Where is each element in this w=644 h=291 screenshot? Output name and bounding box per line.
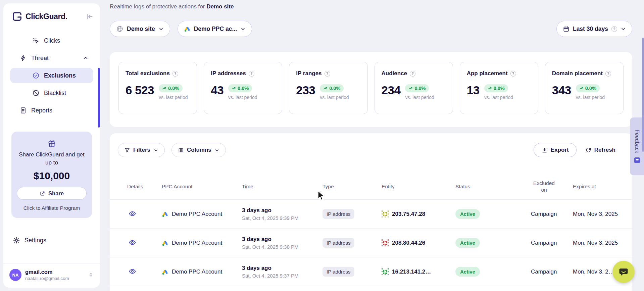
export-button[interactable]: Export bbox=[534, 143, 577, 157]
sidebar-item-settings[interactable]: Settings bbox=[3, 237, 100, 244]
globe-icon bbox=[116, 25, 123, 33]
stat-value: 43 bbox=[211, 84, 224, 97]
stat-label: Audience bbox=[382, 70, 407, 77]
table-toolbar: Filters Columns Export bbox=[110, 133, 632, 157]
details-eye-icon[interactable] bbox=[127, 238, 138, 247]
help-icon[interactable] bbox=[410, 71, 415, 77]
column-header-time: Time bbox=[242, 184, 323, 190]
promo-text: Share ClickGuard and get up to bbox=[17, 151, 87, 167]
help-icon[interactable] bbox=[611, 26, 617, 32]
stat-delta: 0.0% bbox=[168, 86, 179, 91]
help-icon[interactable] bbox=[510, 71, 516, 77]
ip-identicon bbox=[382, 239, 389, 246]
sidebar-item-label: Threat bbox=[31, 55, 49, 62]
stat-value: 233 bbox=[296, 84, 315, 97]
trend-up-icon bbox=[488, 86, 492, 91]
sidebar-item-clicks[interactable]: Clicks bbox=[10, 33, 93, 48]
document-icon bbox=[19, 107, 27, 114]
date-range-value: Last 30 days bbox=[573, 26, 608, 33]
stat-value: 234 bbox=[382, 84, 401, 97]
stat-label: Total exclusions bbox=[126, 70, 170, 77]
help-icon[interactable] bbox=[605, 71, 611, 77]
stat-value: 6 523 bbox=[126, 84, 154, 97]
entity-ip: 203.75.47.28 bbox=[392, 211, 425, 217]
help-icon[interactable] bbox=[249, 71, 254, 77]
stat-value: 343 bbox=[552, 84, 571, 97]
chevron-down-icon bbox=[621, 26, 626, 32]
expires-at: Mon, Nov 3, 2025 bbox=[573, 240, 624, 246]
help-icon[interactable] bbox=[325, 71, 330, 77]
column-header-expires-at: Expires at bbox=[573, 184, 624, 190]
trend-up-icon bbox=[162, 86, 166, 91]
page-subtitle: Realtime logs of protective actions for … bbox=[110, 0, 632, 10]
cursor-click-icon bbox=[32, 37, 40, 44]
chat-bubble-icon bbox=[618, 267, 629, 277]
sidebar-item-blacklist[interactable]: Blacklist bbox=[10, 85, 93, 101]
google-ads-icon bbox=[162, 211, 168, 217]
site-selector[interactable]: Demo site bbox=[110, 21, 170, 37]
sidebar-item-label: Reports bbox=[31, 107, 52, 114]
filters-button-label: Filters bbox=[133, 147, 150, 153]
sidebar-item-threat[interactable]: Threat bbox=[10, 50, 93, 66]
stat-note: vs. last period bbox=[405, 95, 434, 100]
stat-delta: 0.0% bbox=[585, 86, 596, 91]
page-scrollbar-thumb[interactable] bbox=[642, 38, 644, 152]
filters-button[interactable]: Filters bbox=[118, 143, 165, 157]
account-switcher[interactable]: NA gmail.com naatali.ro@gmail.com bbox=[3, 263, 100, 288]
feedback-widget-icon bbox=[634, 157, 640, 163]
chevrons-up-down-icon bbox=[88, 272, 94, 278]
status-badge: Active bbox=[455, 209, 480, 219]
google-ads-icon bbox=[162, 269, 168, 275]
details-eye-icon[interactable] bbox=[127, 209, 138, 218]
stat-card-domain-placement: Domain placement 343 0.0% vs. last perio… bbox=[545, 62, 624, 114]
ppc-account-selector[interactable]: Demo PPC ac... bbox=[178, 21, 252, 37]
gift-icon bbox=[17, 139, 87, 148]
column-header-type: Type bbox=[323, 184, 382, 190]
promo-amount: $10,000 bbox=[17, 170, 87, 182]
column-header-excluded-on: Excluded on bbox=[531, 180, 557, 193]
chat-launcher-button[interactable] bbox=[612, 261, 635, 283]
table-row: Demo PPC Account 3 days ago Sat, Oct 4, … bbox=[110, 229, 632, 257]
ip-identicon bbox=[382, 210, 389, 217]
excluded-on: Campaign bbox=[531, 269, 573, 275]
table-row: Demo PPC Account 3 days ago Sat, Oct 4, … bbox=[110, 257, 632, 286]
columns-button[interactable]: Columns bbox=[171, 143, 226, 157]
funnel-icon bbox=[124, 147, 130, 153]
status-badge: Active bbox=[455, 267, 480, 277]
columns-button-label: Columns bbox=[187, 147, 211, 153]
sidebar-item-label: Exclusions bbox=[44, 72, 76, 79]
column-header-entity: Entity bbox=[382, 184, 455, 190]
sidebar-scrollbar-thumb[interactable] bbox=[98, 68, 100, 128]
stat-note: vs. last period bbox=[484, 95, 513, 100]
table-row-partial: 3 days ago bbox=[110, 286, 632, 291]
help-icon[interactable] bbox=[172, 71, 178, 77]
ppc-account-name: Demo PPC Account bbox=[172, 211, 222, 217]
sidebar-nav: Clicks Threat Exclusions bbox=[3, 33, 100, 118]
share-button[interactable]: Share bbox=[17, 187, 87, 200]
collapse-sidebar-icon[interactable] bbox=[86, 13, 93, 20]
refresh-button[interactable]: Refresh bbox=[583, 143, 617, 157]
refresh-icon bbox=[585, 147, 591, 153]
sidebar-item-label: Settings bbox=[24, 237, 46, 244]
date-range-selector[interactable]: Last 30 days bbox=[556, 21, 632, 37]
trend-up-icon bbox=[579, 86, 584, 91]
stat-note: vs. last period bbox=[320, 95, 349, 100]
excluded-on: Campaign bbox=[531, 240, 573, 246]
stat-label: App placement bbox=[467, 70, 508, 77]
external-link-icon bbox=[40, 191, 45, 196]
stat-card-total-exclusions: Total exclusions 6 523 0.0% vs. last per… bbox=[118, 62, 197, 114]
details-eye-icon[interactable] bbox=[127, 267, 138, 276]
feedback-tab[interactable]: Feedback bbox=[630, 117, 644, 175]
sidebar-item-exclusions[interactable]: Exclusions bbox=[10, 68, 93, 83]
exclusions-table-panel: Filters Columns Export bbox=[110, 133, 632, 291]
chevron-down-icon bbox=[240, 26, 246, 32]
time-full: Sat, Oct 4, 2025 9:37 PM bbox=[242, 273, 323, 279]
ip-identicon bbox=[382, 268, 389, 275]
trend-up-icon bbox=[408, 86, 413, 91]
trend-up-icon bbox=[232, 86, 236, 91]
ppc-account-selector-value: Demo PPC ac... bbox=[194, 26, 237, 33]
table-row: Demo PPC Account 3 days ago Sat, Oct 4, … bbox=[110, 200, 632, 229]
affiliate-program-link[interactable]: Click to Affiliate Program bbox=[17, 205, 87, 211]
sidebar-item-reports[interactable]: Reports bbox=[10, 103, 93, 118]
stat-value: 13 bbox=[467, 84, 480, 97]
